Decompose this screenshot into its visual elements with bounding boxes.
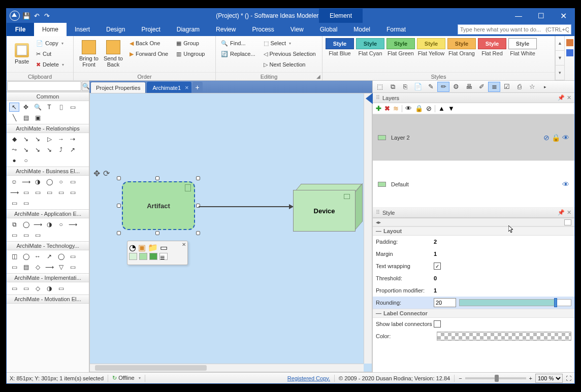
label-tool[interactable]: ⌷	[56, 103, 66, 112]
tech-tool-1[interactable]: ◫	[9, 252, 19, 261]
redo-icon[interactable]: ↷	[42, 11, 51, 20]
style-flat-blue[interactable]: Style	[326, 38, 354, 49]
popup-icon-4[interactable]: ▭	[160, 243, 168, 252]
tech-tool-10[interactable]: ⟶	[44, 263, 54, 272]
impl-tool-4[interactable]: ◑	[44, 284, 54, 293]
layer-eye-icon[interactable]: 👁	[562, 180, 569, 188]
menu-review[interactable]: Review	[208, 23, 244, 36]
popup-close-icon[interactable]: ✕	[182, 242, 186, 247]
close-tab-icon[interactable]: ×	[185, 84, 189, 91]
pt-btn-6[interactable]: ✏	[437, 82, 449, 92]
forbid-icon[interactable]: ⊘	[426, 105, 432, 112]
section-implementation[interactable]: ArchiMate - Implementati...	[7, 273, 89, 282]
biz-tool-12[interactable]: ▭	[68, 188, 78, 197]
menu-diagram[interactable]: Diagram	[169, 23, 208, 36]
group-button[interactable]: ▦Group	[174, 38, 207, 48]
app-tool-5[interactable]: ○	[56, 220, 66, 229]
impl-tool-3[interactable]: ◇	[33, 284, 43, 293]
tech-tool-12[interactable]: ▭	[68, 263, 78, 272]
app-tool-4[interactable]: ◑	[44, 220, 54, 229]
rel-tool-14[interactable]: ○	[21, 156, 31, 165]
prop-show-label-connectors[interactable]: Show label connectors	[373, 318, 574, 330]
contextual-tab-element[interactable]: Element	[319, 9, 363, 23]
zoom-in-icon[interactable]: +	[529, 375, 532, 381]
rel-tool-9[interactable]: ↘	[33, 145, 43, 154]
prop-threshold[interactable]: Threshold:0	[373, 272, 574, 284]
menu-model[interactable]: Model	[345, 23, 378, 36]
zoom-slider[interactable]	[465, 377, 526, 379]
find-button[interactable]: 🔍Find...	[219, 38, 257, 48]
section-motivation[interactable]: ArchiMate - Motivation El...	[7, 295, 89, 304]
menu-file[interactable]: File	[7, 23, 34, 36]
send-to-back-button[interactable]: Send to Back	[101, 38, 125, 70]
forward-one-button[interactable]: ▶Forward One	[127, 49, 170, 59]
editing-dialog-launcher[interactable]: ◢	[316, 74, 320, 79]
tab-project-properties[interactable]: Project Properties	[90, 82, 146, 93]
tech-tool-6[interactable]: ▭	[68, 252, 78, 261]
close-panel-icon[interactable]: ✕	[567, 94, 571, 101]
zoom-select[interactable]: 100 %	[535, 374, 563, 383]
maximize-button[interactable]: ☐	[530, 9, 552, 23]
rel-tool-5[interactable]: →	[56, 135, 66, 144]
impl-tool-2[interactable]: ▭	[21, 284, 31, 293]
layer-down-icon[interactable]: ▼	[448, 105, 455, 112]
textwrap-checkbox[interactable]: ✓	[434, 263, 441, 270]
rel-tool-2[interactable]: ↘	[21, 135, 31, 144]
layer-row-layer2[interactable]: Layer 2 ⊘🔒👁	[373, 114, 574, 161]
rel-tool-3[interactable]: ↘	[33, 135, 43, 144]
tech-tool-2[interactable]: ◯	[21, 252, 31, 261]
visibility-icon[interactable]: 👁	[405, 105, 412, 112]
next-selection-button[interactable]: ▷Next Selection	[262, 59, 318, 70]
delete-button[interactable]: ✖Delete▾	[34, 59, 66, 70]
rect-tool[interactable]: ▭	[68, 103, 78, 112]
pt-btn-10[interactable]: ≣	[488, 82, 500, 92]
tech-tool-11[interactable]: ▽	[56, 263, 66, 272]
rel-tool-13[interactable]: ●	[9, 156, 19, 165]
line-tool[interactable]: ╲	[9, 113, 19, 122]
biz-tool-7[interactable]: ⟶	[9, 188, 19, 197]
pin-icon[interactable]: 📌	[558, 94, 565, 101]
pt-btn-1[interactable]: ⬚	[374, 82, 386, 92]
back-one-button[interactable]: ◀Back One	[127, 38, 170, 48]
rel-tool-11[interactable]: ⤴	[56, 145, 66, 154]
pt-btn-2[interactable]: ⧉	[386, 82, 399, 92]
section-common[interactable]: Common	[7, 92, 89, 101]
pt-btn-7[interactable]: ⚙	[450, 82, 462, 92]
bring-to-front-button[interactable]: Bring to Front	[77, 38, 101, 70]
undo-icon[interactable]: ↶	[32, 11, 41, 20]
tech-tool-8[interactable]: ▤	[21, 263, 31, 272]
popup-icon-2[interactable]: ▣	[138, 243, 146, 252]
menu-format[interactable]: Format	[378, 23, 414, 36]
text-tool[interactable]: T	[44, 103, 54, 112]
pt-btn-13[interactable]: ☆	[526, 82, 538, 92]
menu-process[interactable]: Process	[244, 23, 282, 36]
section-technology[interactable]: ArchiMate - Technology...	[7, 241, 89, 250]
style-flat-cyan[interactable]: Style	[356, 38, 384, 49]
styles-up-button[interactable]: ▲	[556, 36, 564, 51]
move-tool[interactable]: ✥	[21, 103, 31, 112]
app-tool-8[interactable]: ▭	[21, 231, 31, 240]
pt-btn-3[interactable]: ⎘	[399, 82, 411, 92]
package-tool[interactable]: ▣	[33, 113, 43, 122]
section-relationships[interactable]: ArchiMate - Relationships	[7, 124, 89, 133]
layer-lock-icon[interactable]: 🔒	[552, 134, 560, 142]
swatch-more[interactable]: ≡	[159, 253, 168, 260]
layer-icon-1[interactable]: ≋	[393, 105, 399, 112]
menu-view[interactable]: View	[282, 23, 312, 36]
menu-insert[interactable]: Insert	[67, 23, 98, 36]
style-flat-orange[interactable]: Style	[447, 38, 476, 49]
rounding-input[interactable]	[434, 298, 456, 307]
prop-proportion-modifier[interactable]: Proportion modifier:1	[373, 284, 574, 297]
help-search-input[interactable]	[458, 24, 571, 35]
color-swatch[interactable]	[437, 332, 571, 341]
layers-panel-header[interactable]: ⠿Layers📌✕	[373, 93, 574, 103]
tech-tool-9[interactable]: ◇	[33, 263, 43, 272]
prop-padding[interactable]: Padding:2	[373, 236, 574, 248]
minimize-button[interactable]: —	[507, 9, 530, 23]
biz-tool-11[interactable]: ▭	[56, 188, 66, 197]
app-tool-1[interactable]: ⧉	[9, 220, 19, 229]
rounding-slider[interactable]	[459, 299, 571, 306]
prop-text-wrapping[interactable]: Text wrapping✓	[373, 260, 574, 272]
rel-tool-7[interactable]: ⤳	[9, 145, 19, 154]
cut-button[interactable]: ✂Cut	[34, 49, 66, 59]
